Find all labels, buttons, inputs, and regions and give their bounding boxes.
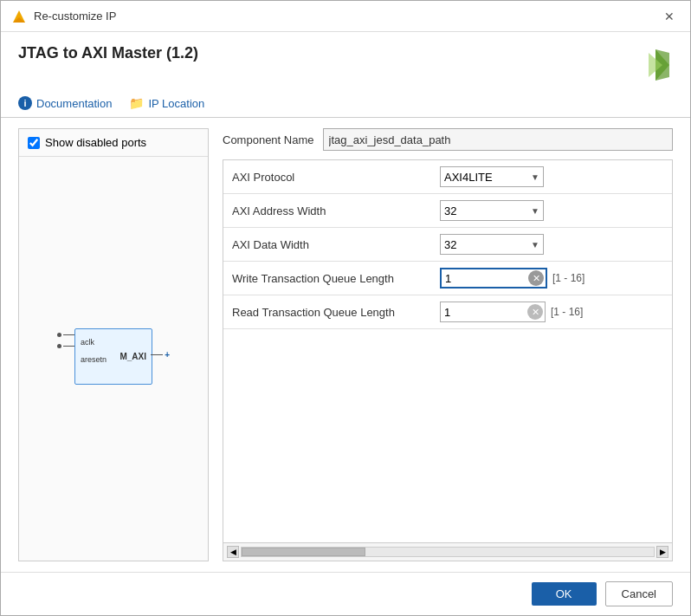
params-table: AXI Protocol AXI4LITE ▼	[223, 160, 672, 329]
main-content: Show disabled ports	[1, 118, 690, 572]
table-row: AXI Protocol AXI4LITE ▼	[223, 160, 672, 194]
axi-address-width-dropdown[interactable]: 32 ▼	[440, 200, 544, 221]
dialog-title: Re-customize IP	[34, 10, 116, 23]
param-value-1: 32 ▼	[440, 200, 663, 221]
read-queue-clear-button[interactable]: ✕	[527, 304, 543, 320]
param-value-4: ✕ [1 - 16]	[440, 302, 663, 322]
chevron-down-icon: ▼	[531, 172, 539, 182]
right-panel: Component Name AXI Protocol AXI4LITE	[223, 128, 673, 561]
table-row: Read Transaction Queue Length ✕ [1 - 16]	[223, 295, 672, 329]
product-title: JTAG to AXI Master (1.2)	[18, 44, 198, 62]
read-queue-input-wrapper: ✕	[440, 302, 546, 322]
chevron-down-icon: ▼	[531, 206, 539, 216]
cancel-button[interactable]: Cancel	[605, 581, 673, 606]
ip-location-label: IP Location	[148, 97, 204, 110]
right-pin: +	[151, 350, 170, 360]
pin-aclk-label: aclk	[81, 338, 107, 347]
axi-address-width-value: 32	[444, 204, 456, 217]
param-value-0: AXI4LITE ▼	[440, 166, 663, 187]
diagram-area: aclk aresetn M_AXI +	[19, 157, 208, 561]
chevron-down-icon: ▼	[531, 240, 539, 250]
axi-data-width-dropdown[interactable]: 32 ▼	[440, 234, 544, 255]
param-value-cell-1: 32 ▼	[431, 194, 672, 228]
horizontal-scrollbar: ◀ ▶	[223, 542, 672, 561]
read-queue-input[interactable]	[441, 302, 527, 321]
table-row: Write Transaction Queue Length ✕ [1 - 16…	[223, 262, 672, 295]
right-pin-line	[151, 354, 163, 355]
documentation-link[interactable]: i Documentation	[18, 96, 112, 110]
footer: OK Cancel	[1, 572, 690, 615]
read-queue-range: [1 - 16]	[551, 306, 583, 318]
table-row: AXI Address Width 32 ▼	[223, 194, 672, 228]
dialog: Re-customize IP ✕ JTAG to AXI Master (1.…	[0, 0, 691, 616]
header-area: JTAG to AXI Master (1.2)	[1, 32, 690, 93]
param-label-4: Read Transaction Queue Length	[223, 295, 431, 329]
scroll-thumb	[242, 548, 365, 556]
param-value-3: ✕ [1 - 16]	[440, 268, 663, 289]
component-name-row: Component Name	[223, 128, 673, 151]
param-value-cell-3: ✕ [1 - 16]	[431, 262, 672, 295]
component-name-input[interactable]	[323, 128, 674, 151]
pin-dot-aresetn	[57, 344, 61, 348]
left-panel: Show disabled ports	[18, 128, 209, 561]
output-label: M_AXI	[119, 352, 146, 361]
param-label-2: AXI Data Width	[223, 228, 431, 262]
folder-icon: 📁	[129, 96, 144, 110]
params-container: AXI Protocol AXI4LITE ▼	[223, 159, 673, 561]
product-logo	[631, 44, 673, 86]
plus-icon: +	[165, 350, 170, 360]
block-box: aclk aresetn M_AXI	[74, 328, 152, 385]
pin-labels: aclk aresetn	[81, 338, 107, 364]
info-icon: i	[18, 96, 32, 110]
scroll-right-button[interactable]: ▶	[656, 546, 668, 558]
param-label-1: AXI Address Width	[223, 194, 431, 228]
block-diagram: aclk aresetn M_AXI +	[57, 324, 170, 393]
nav-bar: i Documentation 📁 IP Location	[1, 93, 690, 118]
axi-data-width-value: 32	[444, 238, 456, 251]
params-empty-space	[223, 329, 672, 542]
ok-button[interactable]: OK	[532, 582, 597, 606]
table-row: AXI Data Width 32 ▼	[223, 228, 672, 262]
axi-protocol-value: AXI4LITE	[444, 171, 493, 184]
param-label-3: Write Transaction Queue Length	[223, 262, 431, 295]
write-queue-input-wrapper: ✕	[440, 268, 547, 289]
show-disabled-row: Show disabled ports	[19, 129, 208, 157]
write-queue-range: [1 - 16]	[552, 272, 584, 284]
documentation-label: Documentation	[36, 97, 112, 110]
show-disabled-checkbox[interactable]	[28, 137, 40, 149]
scroll-left-button[interactable]: ◀	[227, 546, 239, 558]
param-value-cell-4: ✕ [1 - 16]	[431, 295, 672, 329]
param-value-cell-0: AXI4LITE ▼	[431, 160, 672, 194]
titlebar: Re-customize IP ✕	[1, 1, 690, 32]
close-button[interactable]: ✕	[659, 9, 680, 24]
write-queue-input[interactable]	[442, 269, 528, 287]
write-queue-clear-button[interactable]: ✕	[528, 270, 544, 286]
app-icon	[11, 9, 27, 24]
component-name-label: Component Name	[223, 133, 314, 146]
param-label-0: AXI Protocol	[223, 160, 431, 194]
show-disabled-label: Show disabled ports	[45, 136, 146, 149]
scroll-track[interactable]	[241, 547, 655, 557]
pin-dot-aclk	[57, 333, 61, 337]
ip-location-link[interactable]: 📁 IP Location	[129, 96, 204, 110]
param-value-2: 32 ▼	[440, 234, 663, 255]
param-value-cell-2: 32 ▼	[431, 228, 672, 262]
pin-aresetn-label: aresetn	[81, 355, 107, 364]
titlebar-left: Re-customize IP	[11, 9, 116, 24]
axi-protocol-dropdown[interactable]: AXI4LITE ▼	[440, 166, 544, 187]
